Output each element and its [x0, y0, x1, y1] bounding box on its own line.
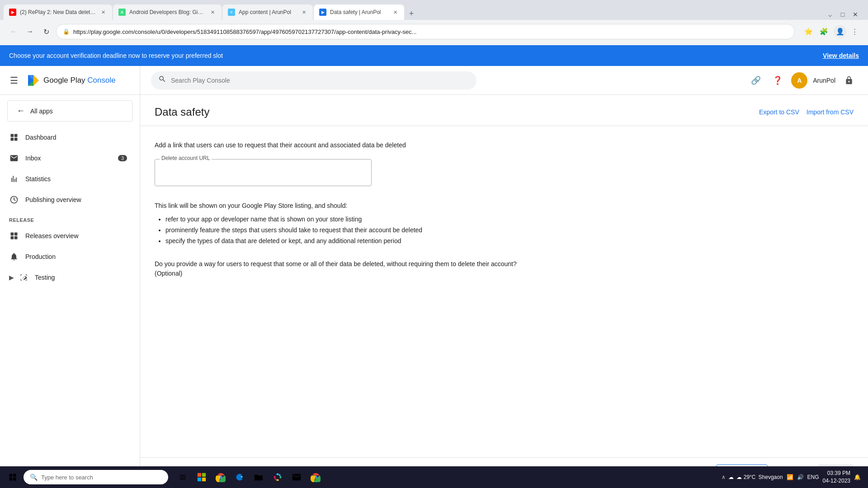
extensions-button[interactable]: 🧩: [817, 25, 830, 38]
tab-2[interactable]: A Android Developers Blog: Givin... ✕: [113, 5, 222, 20]
search-input[interactable]: [171, 77, 469, 84]
svg-point-22: [275, 479, 277, 480]
taskbar-search-icon: 🔍: [30, 474, 38, 481]
taskbar: 🔍 Type here to search ∧ ☁: [0, 466, 868, 488]
taskbar-location: Shevgaon: [759, 474, 783, 480]
tab-1-favicon: ▶: [9, 9, 16, 16]
hamburger-button[interactable]: ☰: [7, 72, 21, 89]
close-window-button[interactable]: ✕: [850, 9, 861, 20]
tab-bar: ▶ (2) RePlay 2: New Data deletion ✕ A An…: [0, 0, 868, 20]
taskbar-notification-icon[interactable]: 🔔: [854, 474, 861, 480]
link-button[interactable]: 🔗: [748, 72, 764, 89]
sidebar-item-testing[interactable]: ▶ Testing: [0, 267, 136, 288]
sidebar-item-publishing-overview[interactable]: Publishing overview: [0, 189, 136, 210]
sidebar-item-production[interactable]: Production: [0, 246, 136, 267]
tab-3-close[interactable]: ✕: [300, 9, 307, 16]
taskbar-chrome-2[interactable]: [307, 468, 325, 486]
svg-rect-7: [14, 138, 18, 141]
taskbar-weather-temp: ☁ 29°C: [736, 474, 755, 480]
sidebar-header: ☰ Google Play Console: [0, 66, 140, 95]
import-csv-button[interactable]: Import from CSV: [807, 108, 854, 116]
optional-label: (Optional): [155, 270, 182, 277]
inbox-badge: 3: [118, 155, 127, 161]
inbox-icon: [9, 153, 19, 163]
tab-2-favicon: A: [118, 9, 126, 16]
back-arrow-icon: ←: [17, 106, 25, 116]
page-title: Data safety: [155, 106, 209, 118]
tab-1-close[interactable]: ✕: [99, 9, 107, 16]
sidebar-item-releases-overview[interactable]: Releases overview: [0, 225, 136, 246]
tab-2-title: Android Developers Blog: Givin...: [129, 9, 205, 15]
forward-button[interactable]: →: [24, 25, 36, 38]
export-csv-button[interactable]: Export to CSV: [759, 108, 799, 116]
section-description: Add a link that users can use to request…: [155, 141, 854, 150]
browser-menu-button[interactable]: ⋮: [848, 25, 861, 38]
reload-button[interactable]: ↻: [40, 25, 52, 38]
taskbar-task-view[interactable]: [174, 468, 192, 486]
profile-button[interactable]: 👤: [834, 25, 846, 38]
view-details-link[interactable]: View details: [823, 52, 859, 59]
delete-url-label: Delete account URL: [160, 155, 212, 161]
notification-bar: Choose your account verification deadlin…: [0, 45, 868, 66]
taskbar-volume-icon: 🔊: [797, 474, 804, 480]
svg-rect-9: [11, 233, 14, 236]
browser-actions: 👤 ⋮: [834, 25, 861, 38]
minimize-button[interactable]: ⌵: [825, 9, 835, 20]
sidebar-item-dashboard[interactable]: Dashboard: [0, 127, 136, 148]
notifications-button[interactable]: [841, 72, 857, 89]
publishing-overview-icon: [9, 195, 19, 205]
tab-3[interactable]: ≡ App content | ArunPol ✕: [222, 5, 313, 20]
main-content: 🔗 ❓ A ArunPol Data safety Export to CSV …: [140, 66, 868, 488]
svg-marker-3: [33, 75, 39, 86]
taskbar-search-bar[interactable]: 🔍 Type here to search: [24, 470, 168, 484]
sidebar: ☰ Google Play Console ← All apps Dashboa…: [0, 66, 140, 488]
svg-rect-13: [198, 473, 201, 477]
sidebar-item-statistics[interactable]: Statistics: [0, 169, 136, 189]
taskbar-date-value: 04-12-2023: [823, 477, 850, 485]
taskbar-slack[interactable]: [269, 468, 287, 486]
notification-text: Choose your account verification deadlin…: [9, 52, 823, 59]
new-tab-button[interactable]: +: [405, 7, 418, 20]
header-actions: 🔗 ❓ A ArunPol: [748, 72, 857, 89]
start-button[interactable]: [4, 468, 22, 486]
info-text: This link will be shown on your Google P…: [155, 201, 854, 211]
delete-url-field[interactable]: Delete account URL: [155, 159, 372, 186]
taskbar-microsoft-store[interactable]: [193, 468, 211, 486]
back-button[interactable]: ←: [7, 25, 20, 38]
testing-label: Testing: [35, 274, 55, 281]
tab-3-title: App content | ArunPol: [239, 9, 297, 15]
svg-rect-6: [11, 138, 14, 141]
svg-rect-16: [202, 478, 206, 481]
taskbar-explorer[interactable]: [250, 468, 268, 486]
sidebar-item-inbox[interactable]: Inbox 3: [0, 148, 136, 169]
taskbar-search-placeholder: Type here to search: [41, 474, 93, 481]
lock-icon: 🔒: [63, 28, 70, 35]
help-button[interactable]: ❓: [769, 72, 786, 89]
taskbar-apps: [174, 468, 325, 486]
address-bar[interactable]: 🔒 https://play.google.com/console/u/0/de…: [56, 24, 795, 39]
taskbar-edge[interactable]: [231, 468, 249, 486]
tab-4-close[interactable]: ✕: [392, 9, 399, 16]
taskbar-chrome[interactable]: [212, 468, 230, 486]
address-bar-row: ← → ↻ 🔒 https://play.google.com/console/…: [0, 20, 868, 43]
svg-rect-14: [202, 473, 206, 477]
search-bar[interactable]: [151, 71, 476, 89]
delete-url-input[interactable]: [161, 167, 365, 176]
tab-4[interactable]: ▶ Data safety | ArunPol ✕: [314, 5, 404, 20]
all-apps-button[interactable]: ← All apps: [7, 100, 132, 122]
statistics-icon: [9, 174, 19, 184]
taskbar-mail[interactable]: [288, 468, 306, 486]
optional-section: Do you provide a way for users to reques…: [155, 259, 854, 278]
user-avatar[interactable]: A: [791, 72, 807, 89]
bullet-item-3: specify the types of data that are delet…: [165, 236, 854, 247]
tab-4-title: Data safety | ArunPol: [330, 9, 388, 15]
maximize-button[interactable]: □: [837, 9, 848, 20]
tab-2-close[interactable]: ✕: [209, 9, 216, 16]
svg-rect-19: [276, 474, 279, 475]
delete-url-field-container: Delete account URL: [155, 159, 854, 186]
tab-1[interactable]: ▶ (2) RePlay 2: New Data deletion ✕: [4, 5, 112, 20]
bullet-list: refer to your app or developer name that…: [155, 214, 854, 246]
play-console-logo: Google Play Console: [26, 73, 116, 88]
taskbar-arrow-up[interactable]: ∧: [722, 474, 726, 480]
bookmark-button[interactable]: ⭐: [802, 25, 815, 38]
